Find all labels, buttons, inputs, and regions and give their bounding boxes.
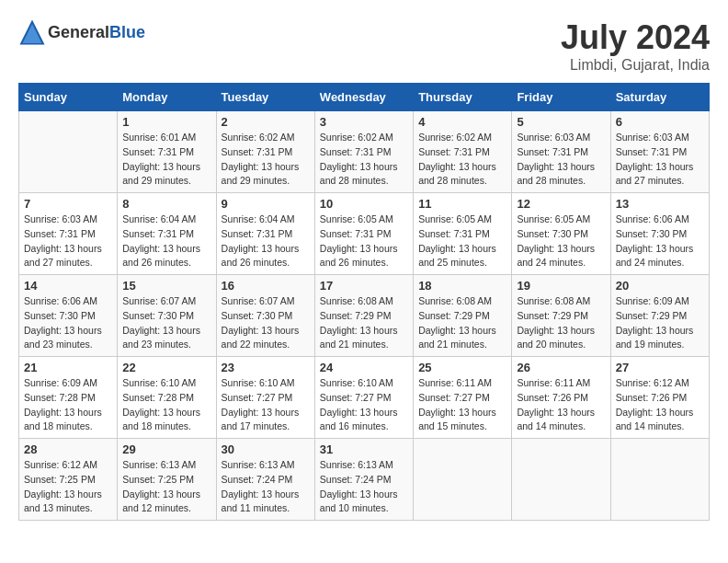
day-info: Sunrise: 6:12 AMSunset: 7:25 PMDaylight:… bbox=[24, 458, 112, 516]
day-number: 18 bbox=[418, 279, 506, 293]
calendar-cell: 1Sunrise: 6:01 AMSunset: 7:31 PMDaylight… bbox=[118, 111, 216, 193]
day-number: 31 bbox=[320, 442, 408, 456]
day-info: Sunrise: 6:11 AMSunset: 7:27 PMDaylight:… bbox=[418, 376, 506, 434]
day-number: 3 bbox=[320, 115, 408, 129]
logo-general-text: General bbox=[48, 23, 109, 41]
day-info: Sunrise: 6:10 AMSunset: 7:27 PMDaylight:… bbox=[320, 376, 408, 434]
day-info: Sunrise: 6:07 AMSunset: 7:30 PMDaylight:… bbox=[122, 294, 210, 352]
calendar-cell: 25Sunrise: 6:11 AMSunset: 7:27 PMDayligh… bbox=[414, 357, 512, 439]
logo: GeneralBlue bbox=[18, 18, 145, 46]
day-info: Sunrise: 6:04 AMSunset: 7:31 PMDaylight:… bbox=[222, 213, 310, 270]
day-info: Sunrise: 6:03 AMSunset: 7:31 PMDaylight:… bbox=[24, 213, 112, 270]
calendar-header-row: SundayMondayTuesdayWednesdayThursdayFrid… bbox=[19, 84, 710, 111]
day-number: 1 bbox=[122, 115, 210, 129]
day-number: 14 bbox=[24, 279, 112, 293]
calendar-cell bbox=[512, 439, 610, 521]
day-info: Sunrise: 6:07 AMSunset: 7:30 PMDaylight:… bbox=[222, 294, 310, 352]
column-header-tuesday: Tuesday bbox=[216, 84, 314, 111]
calendar-cell: 10Sunrise: 6:05 AMSunset: 7:31 PMDayligh… bbox=[314, 193, 413, 275]
day-number: 22 bbox=[122, 361, 210, 374]
calendar-cell: 6Sunrise: 6:03 AMSunset: 7:31 PMDaylight… bbox=[610, 111, 709, 193]
day-number: 27 bbox=[616, 361, 704, 374]
day-info: Sunrise: 6:01 AMSunset: 7:31 PMDaylight:… bbox=[122, 131, 210, 189]
day-info: Sunrise: 6:05 AMSunset: 7:31 PMDaylight:… bbox=[418, 213, 506, 270]
day-number: 15 bbox=[122, 279, 210, 293]
calendar-cell: 2Sunrise: 6:02 AMSunset: 7:31 PMDaylight… bbox=[216, 111, 314, 193]
calendar-cell: 15Sunrise: 6:07 AMSunset: 7:30 PMDayligh… bbox=[118, 275, 216, 357]
day-info: Sunrise: 6:08 AMSunset: 7:29 PMDaylight:… bbox=[517, 294, 605, 352]
day-info: Sunrise: 6:09 AMSunset: 7:29 PMDaylight:… bbox=[616, 294, 704, 352]
day-number: 6 bbox=[616, 115, 704, 129]
location-text: Limbdi, Gujarat, India bbox=[561, 57, 710, 74]
day-info: Sunrise: 6:06 AMSunset: 7:30 PMDaylight:… bbox=[24, 294, 112, 352]
calendar-cell: 23Sunrise: 6:10 AMSunset: 7:27 PMDayligh… bbox=[216, 357, 314, 439]
calendar-cell: 8Sunrise: 6:04 AMSunset: 7:31 PMDaylight… bbox=[118, 193, 216, 275]
title-area: July 2024 Limbdi, Gujarat, India bbox=[561, 18, 710, 74]
day-number: 30 bbox=[222, 442, 310, 456]
calendar-cell: 14Sunrise: 6:06 AMSunset: 7:30 PMDayligh… bbox=[19, 275, 118, 357]
calendar-cell: 20Sunrise: 6:09 AMSunset: 7:29 PMDayligh… bbox=[610, 275, 709, 357]
day-info: Sunrise: 6:03 AMSunset: 7:31 PMDaylight:… bbox=[517, 131, 605, 189]
day-number: 10 bbox=[320, 197, 408, 211]
calendar-cell: 21Sunrise: 6:09 AMSunset: 7:28 PMDayligh… bbox=[19, 357, 118, 439]
day-number: 21 bbox=[24, 361, 112, 374]
month-title: July 2024 bbox=[561, 18, 710, 57]
day-info: Sunrise: 6:05 AMSunset: 7:30 PMDaylight:… bbox=[517, 213, 605, 270]
column-header-thursday: Thursday bbox=[414, 84, 512, 111]
calendar-cell: 5Sunrise: 6:03 AMSunset: 7:31 PMDaylight… bbox=[512, 111, 610, 193]
day-number: 8 bbox=[122, 197, 210, 211]
page-header: GeneralBlue July 2024 Limbdi, Gujarat, I… bbox=[18, 18, 710, 74]
calendar-cell: 22Sunrise: 6:10 AMSunset: 7:28 PMDayligh… bbox=[118, 357, 216, 439]
day-info: Sunrise: 6:11 AMSunset: 7:26 PMDaylight:… bbox=[517, 376, 605, 434]
day-info: Sunrise: 6:13 AMSunset: 7:25 PMDaylight:… bbox=[122, 458, 210, 516]
calendar-cell bbox=[414, 439, 512, 521]
calendar-cell: 12Sunrise: 6:05 AMSunset: 7:30 PMDayligh… bbox=[512, 193, 610, 275]
day-info: Sunrise: 6:02 AMSunset: 7:31 PMDaylight:… bbox=[222, 131, 310, 189]
day-number: 26 bbox=[517, 361, 605, 374]
day-info: Sunrise: 6:10 AMSunset: 7:27 PMDaylight:… bbox=[222, 376, 310, 434]
calendar-cell: 13Sunrise: 6:06 AMSunset: 7:30 PMDayligh… bbox=[610, 193, 709, 275]
day-info: Sunrise: 6:02 AMSunset: 7:31 PMDaylight:… bbox=[418, 131, 506, 189]
calendar-cell: 17Sunrise: 6:08 AMSunset: 7:29 PMDayligh… bbox=[314, 275, 413, 357]
logo-blue-text: Blue bbox=[109, 23, 145, 41]
day-number: 25 bbox=[418, 361, 506, 374]
calendar-week-row: 21Sunrise: 6:09 AMSunset: 7:28 PMDayligh… bbox=[19, 357, 710, 439]
column-header-friday: Friday bbox=[512, 84, 610, 111]
day-number: 2 bbox=[222, 115, 310, 129]
day-number: 19 bbox=[517, 279, 605, 293]
calendar-cell: 29Sunrise: 6:13 AMSunset: 7:25 PMDayligh… bbox=[118, 439, 216, 521]
calendar-cell: 28Sunrise: 6:12 AMSunset: 7:25 PMDayligh… bbox=[19, 439, 118, 521]
day-number: 4 bbox=[418, 115, 506, 129]
day-number: 17 bbox=[320, 279, 408, 293]
day-number: 11 bbox=[418, 197, 506, 211]
calendar-cell: 4Sunrise: 6:02 AMSunset: 7:31 PMDaylight… bbox=[414, 111, 512, 193]
day-number: 28 bbox=[24, 442, 112, 456]
day-info: Sunrise: 6:08 AMSunset: 7:29 PMDaylight:… bbox=[320, 294, 408, 352]
day-info: Sunrise: 6:02 AMSunset: 7:31 PMDaylight:… bbox=[320, 131, 408, 189]
day-number: 23 bbox=[222, 361, 310, 374]
calendar-cell: 26Sunrise: 6:11 AMSunset: 7:26 PMDayligh… bbox=[512, 357, 610, 439]
calendar-cell: 24Sunrise: 6:10 AMSunset: 7:27 PMDayligh… bbox=[314, 357, 413, 439]
calendar-cell: 11Sunrise: 6:05 AMSunset: 7:31 PMDayligh… bbox=[414, 193, 512, 275]
day-number: 13 bbox=[616, 197, 704, 211]
day-number: 24 bbox=[320, 361, 408, 374]
day-info: Sunrise: 6:04 AMSunset: 7:31 PMDaylight:… bbox=[122, 213, 210, 270]
day-number: 12 bbox=[517, 197, 605, 211]
calendar-cell: 3Sunrise: 6:02 AMSunset: 7:31 PMDaylight… bbox=[314, 111, 413, 193]
calendar-cell bbox=[610, 439, 709, 521]
day-number: 7 bbox=[24, 197, 112, 211]
day-number: 5 bbox=[517, 115, 605, 129]
day-info: Sunrise: 6:13 AMSunset: 7:24 PMDaylight:… bbox=[320, 458, 408, 516]
calendar-week-row: 7Sunrise: 6:03 AMSunset: 7:31 PMDaylight… bbox=[19, 193, 710, 275]
calendar-cell: 30Sunrise: 6:13 AMSunset: 7:24 PMDayligh… bbox=[216, 439, 314, 521]
column-header-wednesday: Wednesday bbox=[314, 84, 413, 111]
day-number: 20 bbox=[616, 279, 704, 293]
calendar-cell: 7Sunrise: 6:03 AMSunset: 7:31 PMDaylight… bbox=[19, 193, 118, 275]
calendar-cell bbox=[19, 111, 118, 193]
day-info: Sunrise: 6:10 AMSunset: 7:28 PMDaylight:… bbox=[122, 376, 210, 434]
day-number: 9 bbox=[222, 197, 310, 211]
day-number: 16 bbox=[222, 279, 310, 293]
calendar-cell: 18Sunrise: 6:08 AMSunset: 7:29 PMDayligh… bbox=[414, 275, 512, 357]
day-info: Sunrise: 6:06 AMSunset: 7:30 PMDaylight:… bbox=[616, 213, 704, 270]
day-info: Sunrise: 6:13 AMSunset: 7:24 PMDaylight:… bbox=[222, 458, 310, 516]
